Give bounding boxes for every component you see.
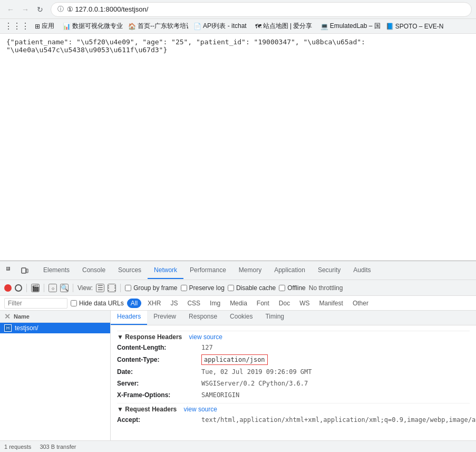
view-source-link[interactable]: view source [189,333,222,341]
header-key: Server: [117,379,201,388]
filter-js-button[interactable]: JS [167,299,181,307]
record-button[interactable] [4,284,12,292]
hide-data-urls-checkbox[interactable]: Hide data URLs [71,300,124,307]
filter-all-button[interactable]: All [127,299,141,308]
tab-performance[interactable]: Performance [183,262,232,279]
json-content: {"patient_name": "\u5f20\u4e09", "age": … [6,38,365,54]
group-by-frame-checkbox[interactable]: Group by frame [125,284,177,292]
filter-xhr-button[interactable]: XHR [144,299,164,307]
filter-other-button[interactable]: Other [349,299,372,307]
back-button[interactable]: ← [4,3,17,16]
reload-button[interactable]: ↻ [34,3,46,16]
request-item[interactable]: H testjson/ [0,323,110,333]
view-label: View: [77,284,93,292]
request-panel: ✕ Name H testjson/ [0,311,111,440]
detail-panel: Headers Preview Response Cookies Timing [111,311,476,440]
tab-network[interactable]: Network [148,262,183,279]
toolbar-separator-2 [44,284,44,292]
header-key: Date: [117,367,201,377]
view-group-button[interactable]: ⋮⋮ [108,284,116,292]
request-view-source-link[interactable]: view source [184,406,217,413]
bookmark-icon: ⊞ [35,23,40,30]
filter-ws-button[interactable]: WS [296,299,313,307]
filter-manifest-button[interactable]: Manifest [316,299,346,307]
toolbar-separator [26,284,27,292]
devtools-panel: Elements Console Sources Network Perform… [0,261,476,452]
toolbar-separator-3 [73,284,73,292]
filter-doc-button[interactable]: Doc [276,299,293,307]
tab-application[interactable]: Application [268,262,312,279]
filter-bar: Hide data URLs All XHR JS CSS Img Media … [0,296,476,311]
device-toolbar-button[interactable] [19,265,31,276]
filter-input[interactable] [4,298,67,309]
bookmark-api[interactable]: 📄 API列表 - itchat [190,21,250,32]
stop-record-button[interactable] [15,284,22,292]
detail-tab-headers[interactable]: Headers [111,311,147,325]
bookmark-emulatedlab[interactable]: 💻 EmulatedLab – 国... [317,21,381,32]
svg-rect-2 [22,268,26,273]
requests-count: 1 requests [4,444,31,450]
bookmark-icon: 📘 [386,23,394,30]
svg-rect-3 [26,269,28,273]
forward-button[interactable]: → [19,3,32,16]
bookmark-icon: 📄 [193,23,201,30]
filter-img-button[interactable]: Img [207,299,224,307]
bookmark-apps[interactable]: ⊞ 应用 [32,21,57,32]
bookmark-sitemap[interactable]: 🗺 站点地图 | 爱分享 [252,21,315,32]
secure-icon: ⓘ [57,5,64,14]
request-list-header: ✕ Name [0,311,110,323]
nav-buttons: ← → ↻ [4,3,46,16]
no-throttling-label: No throttling [309,284,343,292]
bookmarks-bar: ⋮⋮⋮ ⊞ 应用 📊 数据可视化微专业... 🏠 首页--广东软考培训 📄 AP… [0,19,476,34]
header-value: SAMEORIGIN [201,390,239,400]
bookmark-label: EmulatedLab – 国... [330,22,381,31]
filter-css-button[interactable]: CSS [184,299,203,307]
header-value: text/html,application/xhtml+xml,applicat… [201,415,476,425]
request-name: testjson/ [15,324,38,332]
filter-font-button[interactable]: Font [254,299,273,307]
apps-grid-icon[interactable]: ⋮⋮⋮ [4,21,30,31]
detail-tab-timing[interactable]: Timing [259,311,290,325]
filter-icon-button[interactable]: ⬦ [48,284,57,292]
page-content: {"patient_name": "\u5f20\u4e09", "age": … [0,34,476,261]
bookmark-datavis[interactable]: 📊 数据可视化微专业... [60,21,123,32]
tab-sources[interactable]: Sources [112,262,148,279]
bookmark-icon: 💻 [320,23,328,30]
header-value: Tue, 02 Jul 2019 09:26:09 GMT [201,367,312,377]
header-value: WSGIServer/0.2 CPython/3.6.7 [201,379,308,388]
header-key: Content-Type: [117,355,201,364]
view-list-button[interactable]: ☰ [96,284,104,292]
bookmark-label: API列表 - itchat [203,22,247,31]
detail-tab-preview[interactable]: Preview [147,311,182,325]
header-row-content-length: Content-Length: 127 [117,342,470,353]
tab-memory[interactable]: Memory [232,262,268,279]
camera-button[interactable]: 🎬 [31,284,40,292]
disable-cache-checkbox[interactable]: Disable cache [228,284,276,292]
request-type-icon: H [4,324,12,332]
tab-elements[interactable]: Elements [37,262,76,279]
bookmark-homepage[interactable]: 🏠 首页--广东软考培训 [125,21,188,32]
search-button[interactable]: 🔍 [60,284,69,292]
detail-tab-cookies[interactable]: Cookies [224,311,259,325]
close-detail-button[interactable]: ✕ [4,312,11,321]
inspect-element-button[interactable] [4,265,16,276]
header-row-x-frame: X-Frame-Options: SAMEORIGIN [117,389,470,401]
offline-checkbox[interactable]: Offline [279,284,305,292]
header-row-content-type: Content-Type: application/json [117,353,470,366]
header-key: Accept: [117,415,201,425]
bookmark-spoto[interactable]: 📘 SPOTO – EVE-N [383,22,446,31]
detail-tab-response[interactable]: Response [182,311,224,325]
header-row-accept: Accept: text/html,application/xhtml+xml,… [117,414,470,426]
detail-content: ▼ Response Headers view source Content-L… [111,325,476,440]
tab-console[interactable]: Console [76,262,112,279]
tab-security[interactable]: Security [312,262,347,279]
header-value: 127 [201,343,213,352]
filter-media-button[interactable]: Media [227,299,250,307]
header-row-server: Server: WSGIServer/0.2 CPython/3.6.7 [117,378,470,389]
devtools-body: ✕ Name H testjson/ Headers Preview Respo… [0,311,476,440]
bookmark-label: SPOTO – EVE-N [395,23,444,30]
address-bar[interactable]: ⓘ ① 127.0.0.1:8000/testjson/ [51,2,472,17]
preserve-log-checkbox[interactable]: Preserve log [181,284,225,292]
tab-audits[interactable]: Audits [347,262,377,279]
bookmark-icon: 🗺 [255,23,261,30]
